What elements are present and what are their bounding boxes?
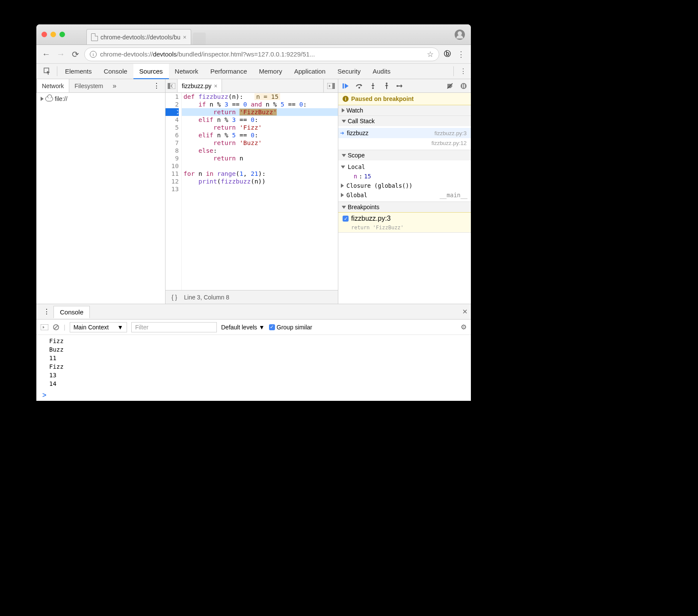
scope-variable[interactable]: n: 15 <box>338 172 471 181</box>
devtools-tabs: ElementsConsoleSourcesNetworkPerformance… <box>36 64 471 79</box>
group-similar-checkbox[interactable]: ✓Group similar <box>269 324 312 331</box>
scope-closure-row[interactable]: Closure (globals()) <box>338 181 471 190</box>
navigator-more-tabs[interactable]: » <box>108 79 121 92</box>
line-gutter[interactable]: 12345678910111213 <box>166 93 182 290</box>
url-input[interactable]: i chrome-devtools://devtools/bundled/ins… <box>84 47 439 61</box>
console-log-line: Fizz <box>36 337 471 345</box>
inspect-icon[interactable] <box>40 64 55 79</box>
devtools-tab-memory[interactable]: Memory <box>253 64 288 79</box>
paused-message: Paused on breakpoint <box>351 95 414 102</box>
devtools-tab-security[interactable]: Security <box>331 64 367 79</box>
log-levels-selector[interactable]: Default levels ▼ <box>221 324 265 331</box>
breakpoints-header[interactable]: Breakpoints <box>338 202 471 212</box>
callstack-header[interactable]: Call Stack <box>338 116 471 126</box>
devtools-tab-elements[interactable]: Elements <box>59 64 98 79</box>
debugger-toolbar <box>338 79 471 93</box>
devtools-tab-audits[interactable]: Audits <box>367 64 396 79</box>
filter-input[interactable]: Filter <box>131 322 217 332</box>
scope-header[interactable]: Scope <box>338 150 471 160</box>
page-icon <box>91 33 98 41</box>
maximize-window-icon[interactable] <box>59 32 65 37</box>
checkbox-icon: ✓ <box>269 324 275 330</box>
devtools-tab-sources[interactable]: Sources <box>133 64 169 79</box>
deactivate-breakpoints-button[interactable] <box>445 81 455 91</box>
resume-button[interactable] <box>341 81 350 91</box>
file-tree-label: file:// <box>55 95 68 102</box>
callstack-section: Call Stack fizzbuzzfizzbuzz.py:3fizzbuzz… <box>338 116 471 150</box>
svg-rect-11 <box>462 84 463 88</box>
code-editor[interactable]: 12345678910111213 def fizzbuzz(n): n = 1… <box>166 93 338 290</box>
svg-rect-2 <box>168 83 170 89</box>
chevron-right-icon <box>341 193 344 197</box>
step-out-button[interactable] <box>382 81 391 91</box>
devtools-menu-icon[interactable]: ⋮ <box>455 64 471 79</box>
editor-tab[interactable]: fizzbuzz.py × <box>177 79 222 92</box>
watch-header[interactable]: Watch <box>338 105 471 116</box>
breakpoint-item[interactable]: ✓ fizzbuzz.py:3 <box>338 212 471 225</box>
chevron-down-icon <box>341 166 345 169</box>
navigator-menu-icon[interactable]: ⋮ <box>148 79 165 92</box>
devtools-tab-performance[interactable]: Performance <box>204 64 253 79</box>
chevron-down-icon <box>342 120 346 123</box>
pause-exceptions-button[interactable] <box>459 81 468 91</box>
devtools-tab-network[interactable]: Network <box>169 64 204 79</box>
cursor-position: Line 3, Column 8 <box>184 294 229 301</box>
editor-pane: fizzbuzz.py × 12345678910111213 def fizz… <box>166 79 338 304</box>
source-code[interactable]: def fizzbuzz(n): n = 15 if n % 3 == 0 an… <box>182 93 338 290</box>
editor-tabbar: fizzbuzz.py × <box>166 79 338 93</box>
browser-tab[interactable]: chrome-devtools://devtools/bu × <box>86 29 191 44</box>
console-settings-icon[interactable]: ⚙ <box>461 323 467 331</box>
step-over-button[interactable] <box>355 81 364 91</box>
info-icon: i <box>343 96 349 102</box>
navigator-tab-network[interactable]: Network <box>36 79 69 92</box>
devtools-tab-application[interactable]: Application <box>288 64 331 79</box>
callstack-frame[interactable]: fizzbuzzfizzbuzz.py:3 <box>338 128 471 138</box>
step-button[interactable] <box>396 81 405 91</box>
scope-local-row[interactable]: Local <box>338 162 471 172</box>
drawer-tab-console[interactable]: Console <box>53 306 90 318</box>
debugger-pane: i Paused on breakpoint Watch Call Stack … <box>338 79 471 304</box>
file-tree-item[interactable]: file:// <box>36 93 165 105</box>
callstack-frame[interactable]: fizzbuzz.py:12 <box>338 138 471 148</box>
minimize-window-icon[interactable] <box>50 32 56 37</box>
close-tab-icon[interactable]: × <box>183 34 186 41</box>
forward-button[interactable]: → <box>55 49 66 60</box>
console-prompt[interactable]: > <box>36 390 471 401</box>
drawer-menu-icon[interactable]: ⋮ <box>40 308 53 316</box>
browser-window: chrome-devtools://devtools/bu × ← → ⟳ i … <box>36 24 471 401</box>
svg-point-10 <box>461 83 467 89</box>
svg-rect-4 <box>332 83 335 89</box>
console-log-line: 11 <box>36 354 471 362</box>
url-text: chrome-devtools://devtools/bundled/inspe… <box>100 50 315 58</box>
format-icon[interactable]: { } <box>172 294 177 301</box>
svg-point-8 <box>386 83 387 84</box>
navigator-pane: Network Filesystem » ⋮ file:// <box>36 79 166 304</box>
navigator-toggle-icon[interactable] <box>166 79 177 92</box>
scope-global-row[interactable]: Global__main__ <box>338 190 471 200</box>
debugger-toggle-icon[interactable] <box>323 79 338 92</box>
console-output[interactable]: FizzBuzz11Fizz1314 <box>36 335 471 390</box>
clear-console-icon[interactable] <box>53 324 59 331</box>
reload-button[interactable]: ⟳ <box>70 49 81 60</box>
site-info-icon[interactable]: i <box>90 51 97 58</box>
browser-menu-icon[interactable]: ⋮ <box>455 49 467 60</box>
close-window-icon[interactable] <box>41 32 47 37</box>
profile-icon[interactable] <box>455 30 465 40</box>
back-button[interactable]: ← <box>41 49 52 60</box>
bookmark-icon[interactable]: ☆ <box>427 50 434 59</box>
extension-icon[interactable]: ⓑ <box>443 50 452 59</box>
show-console-sidebar-icon[interactable] <box>41 324 48 330</box>
expand-icon <box>41 97 44 101</box>
close-drawer-icon[interactable]: × <box>462 307 467 317</box>
svg-point-6 <box>358 87 360 89</box>
sources-panel: Network Filesystem » ⋮ file:// fizzbuzz.… <box>36 79 471 304</box>
close-editor-tab-icon[interactable]: × <box>214 83 217 89</box>
step-into-button[interactable] <box>368 81 378 91</box>
navigator-tab-filesystem[interactable]: Filesystem <box>69 79 108 92</box>
breakpoint-label: fizzbuzz.py:3 <box>351 215 390 222</box>
new-tab-button[interactable] <box>193 33 206 44</box>
context-selector[interactable]: Main Context▼ <box>70 322 127 332</box>
devtools-tab-console[interactable]: Console <box>98 64 133 79</box>
window-controls <box>41 32 65 37</box>
checkbox-icon[interactable]: ✓ <box>343 216 349 222</box>
